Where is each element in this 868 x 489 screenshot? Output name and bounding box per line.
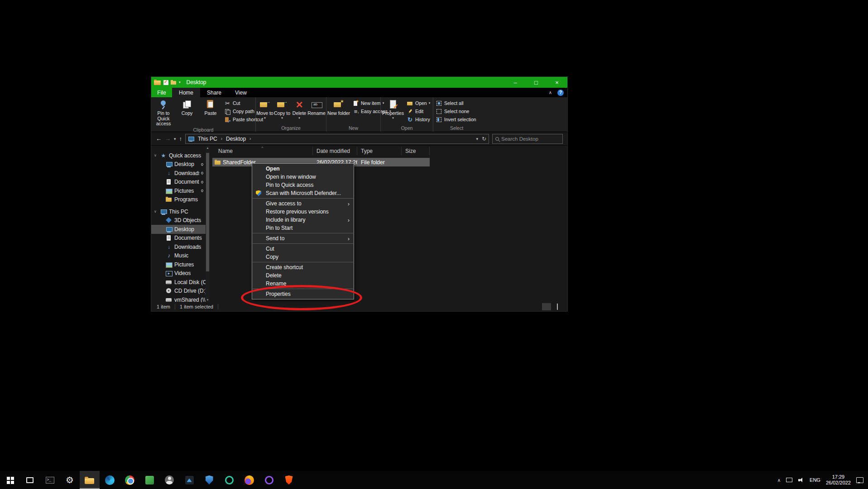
taskbar-clock[interactable]: 17:29 26/02/2022 [826, 474, 851, 486]
ribbon-small-button[interactable]: History [407, 116, 430, 123]
ribbon-small-button[interactable]: Select none [436, 108, 476, 114]
expand-chevron-icon[interactable] [154, 209, 158, 214]
chevron-right-icon[interactable]: › [221, 136, 222, 141]
breadcrumb-desktop[interactable]: Desktop [225, 136, 247, 142]
ribbon-small-button[interactable]: Open [407, 100, 430, 106]
maximize-button[interactable]: □ [526, 77, 547, 88]
settings-app-icon[interactable] [60, 471, 80, 489]
context-menu-item[interactable]: Send to [252, 234, 354, 242]
sidebar-item[interactable]: CD Drive (D:) Vir [151, 287, 206, 296]
column-header-type[interactable]: Type [357, 147, 402, 155]
ribbon-big-button[interactable]: Rename [308, 98, 325, 125]
ribbon-big-button[interactable]: Delete [291, 98, 308, 125]
column-header-name[interactable]: ^ Name [212, 147, 313, 155]
security-shield-app-icon[interactable] [199, 471, 219, 489]
sidebar-item[interactable]: vmShared (\\VB [151, 295, 206, 302]
context-menu-item[interactable]: Pin to Quick access [252, 181, 354, 189]
sidebar-item[interactable]: Videos [151, 269, 206, 278]
tray-chevron-up-icon[interactable]: ∧ [777, 478, 781, 483]
address-dropdown-icon[interactable]: ▾ [476, 137, 478, 141]
ribbon-small-button[interactable]: Invert selection [436, 116, 476, 123]
sidebar-item[interactable]: Quick access [151, 151, 206, 160]
help-icon[interactable]: ? [557, 90, 564, 96]
action-center-icon[interactable] [856, 477, 863, 483]
forward-icon[interactable]: → [165, 135, 171, 142]
dark-app-icon[interactable] [179, 471, 199, 489]
column-header-size[interactable]: Size [402, 147, 430, 155]
file-menu-button[interactable]: File [151, 88, 172, 97]
chevron-right-icon[interactable]: › [249, 136, 251, 141]
tree-scrollbar[interactable]: ▲ ▼ [206, 146, 210, 302]
large-icons-view-button[interactable] [553, 303, 562, 310]
tray-speaker-icon[interactable] [798, 477, 804, 483]
up-icon[interactable]: ↑ [179, 135, 182, 142]
context-menu-item[interactable]: Pin to Start [252, 224, 354, 232]
firefox-app-icon[interactable] [239, 471, 259, 489]
edge-app-icon[interactable] [100, 471, 120, 489]
sidebar-item[interactable]: 3D Objects [151, 216, 206, 225]
search-box[interactable] [492, 134, 563, 144]
sidebar-item[interactable]: Pictures [151, 260, 206, 269]
context-menu-item[interactable]: Restore previous versions [252, 208, 354, 216]
breadcrumb-this-pc[interactable]: This PC [197, 136, 219, 142]
scroll-up-icon[interactable]: ▲ [206, 147, 210, 149]
ribbon-big-button[interactable]: New folder [327, 98, 350, 125]
tab-view[interactable]: View [228, 88, 254, 97]
teal-ring-app-icon[interactable] [219, 471, 239, 489]
context-menu-item[interactable]: Copy [252, 253, 354, 261]
title-bar[interactable]: ▾ Desktop – □ × [151, 77, 567, 88]
qat-customize-dropdown-icon[interactable]: ▾ [179, 81, 181, 84]
sidebar-item[interactable]: Desktop [151, 160, 206, 169]
sidebar-item[interactable]: Documents [151, 234, 206, 243]
collapse-ribbon-icon[interactable]: ∧ [549, 90, 552, 95]
sidebar-item[interactable]: Pictures [151, 186, 206, 195]
recent-locations-dropdown-icon[interactable]: ▾ [174, 137, 176, 141]
column-header-date-modified[interactable]: Date modified [313, 147, 357, 155]
sidebar-item[interactable]: Downloads [151, 242, 206, 252]
context-menu-item[interactable]: Create shortcut [252, 263, 354, 271]
sidebar-item[interactable]: Programs [151, 195, 206, 204]
ribbon-big-button[interactable]: Pin to Quick access [152, 98, 175, 127]
context-menu-item[interactable]: Cut [252, 245, 354, 253]
context-menu-item[interactable]: Scan with Microsoft Defender... [252, 189, 354, 197]
scrollbar-thumb[interactable] [206, 153, 209, 271]
contacts-app-icon[interactable] [159, 471, 179, 489]
context-menu-item[interactable]: Open in new window [252, 173, 354, 181]
ribbon-big-button[interactable]: Copy to [273, 98, 291, 125]
minimize-button[interactable]: – [505, 77, 526, 88]
sidebar-item[interactable]: Desktop [151, 225, 206, 234]
context-menu-item[interactable]: Delete [252, 271, 354, 280]
ribbon-big-button[interactable]: Paste [199, 98, 222, 127]
refresh-icon[interactable]: ↻ [482, 136, 486, 142]
task-view-button[interactable] [20, 471, 40, 489]
brave-app-icon[interactable] [279, 471, 299, 489]
ribbon-big-button[interactable]: Copy [175, 98, 199, 127]
qat-new-folder-icon[interactable] [171, 80, 177, 85]
sidebar-item[interactable]: Music [151, 252, 206, 261]
sidebar-item[interactable]: Local Disk (C:) [151, 278, 206, 287]
tab-share[interactable]: Share [200, 88, 228, 97]
ribbon-big-button[interactable]: Properties [381, 98, 405, 125]
file-explorer-app-icon[interactable] [80, 471, 100, 489]
expand-chevron-icon[interactable] [154, 153, 158, 157]
tray-display-icon[interactable] [786, 478, 792, 482]
search-input[interactable] [501, 136, 560, 142]
terminal-app-icon[interactable] [40, 471, 60, 489]
sidebar-item[interactable]: Downloads [151, 169, 206, 178]
ribbon-small-button[interactable]: Edit [407, 108, 430, 114]
language-indicator[interactable]: ENG [810, 477, 820, 483]
purple-ring-app-icon[interactable] [259, 471, 279, 489]
qat-properties-icon[interactable] [163, 80, 168, 85]
scroll-down-icon[interactable]: ▼ [206, 299, 210, 301]
start-button[interactable] [0, 471, 20, 489]
ribbon-small-button[interactable]: Select all [436, 100, 476, 106]
ribbon-big-button[interactable]: Move to [256, 98, 273, 125]
chrome-app-icon[interactable] [120, 471, 139, 489]
green-cube-app-icon[interactable] [139, 471, 159, 489]
close-button[interactable]: × [547, 77, 567, 88]
sidebar-item[interactable]: Documents [151, 178, 206, 187]
context-menu-item[interactable]: Give access to [252, 199, 354, 208]
context-menu-item[interactable]: Open [252, 165, 354, 173]
tab-home[interactable]: Home [172, 88, 200, 97]
back-icon[interactable]: ← [156, 135, 162, 142]
